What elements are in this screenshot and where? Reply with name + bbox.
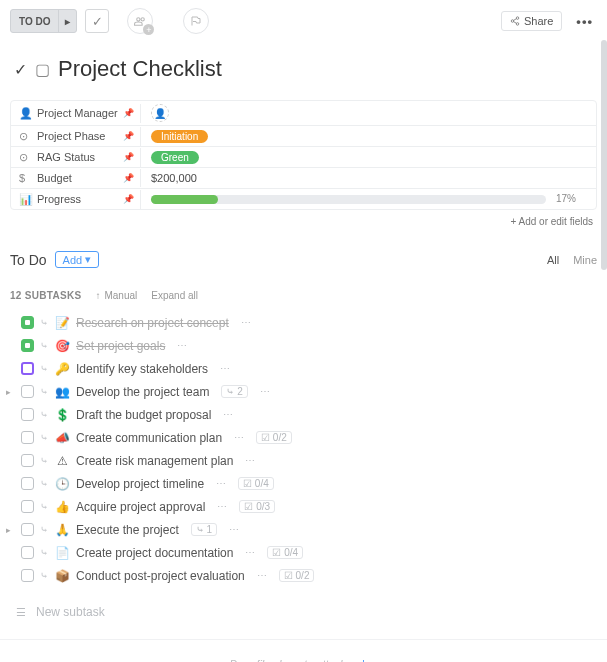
details-icon[interactable]: ⋯ <box>177 340 187 351</box>
filter-all[interactable]: All <box>547 254 559 266</box>
task-name[interactable]: Create project documentation <box>76 546 233 560</box>
task-name[interactable]: Develop project timeline <box>76 477 204 491</box>
task-row[interactable]: ▸⤷👍Acquire project approval⋯☑ 0/3 <box>0 495 607 518</box>
task-row[interactable]: ▸⤷💲Draft the budget proposal⋯ <box>0 403 607 426</box>
task-status-next[interactable]: ▸ <box>58 10 76 32</box>
checklist-badge[interactable]: ☑ 0/2 <box>279 569 315 582</box>
pin-icon[interactable]: 📌 <box>123 173 134 183</box>
more-menu-button[interactable]: ••• <box>572 14 597 29</box>
task-name[interactable]: Research on project concept <box>76 316 229 330</box>
task-row[interactable]: ▸⤷📣Create communication plan⋯☑ 0/2 <box>0 426 607 449</box>
details-icon[interactable]: ⋯ <box>216 478 226 489</box>
task-checkbox[interactable] <box>21 339 34 352</box>
task-checkbox[interactable] <box>21 408 34 421</box>
share-button[interactable]: Share <box>501 11 562 31</box>
task-checkbox[interactable] <box>21 431 34 444</box>
subtask-icon: ⤷ <box>40 501 48 512</box>
field-value[interactable]: Initiation <box>141 127 596 146</box>
task-row[interactable]: ▸⤷📝Research on project concept⋯ <box>0 311 607 334</box>
complete-button[interactable]: ✓ <box>85 9 109 33</box>
task-name[interactable]: Execute the project <box>76 523 179 537</box>
assignee-placeholder[interactable]: 👤 <box>151 104 169 122</box>
checklist-badge[interactable]: ☑ 0/4 <box>238 477 274 490</box>
task-emoji: 🕒 <box>54 477 70 491</box>
details-icon[interactable]: ⋯ <box>234 432 244 443</box>
task-checkbox[interactable] <box>21 316 34 329</box>
field-row: ⊙Project Phase📌Initiation <box>11 125 596 146</box>
details-icon[interactable]: ⋯ <box>217 501 227 512</box>
details-icon[interactable]: ⋯ <box>245 547 255 558</box>
task-checkbox[interactable] <box>21 477 34 490</box>
tag[interactable]: Initiation <box>151 130 208 143</box>
expand-all-button[interactable]: Expand all <box>151 290 198 301</box>
add-task-button[interactable]: Add▾ <box>55 251 100 268</box>
progress-pct: 17% <box>556 193 576 204</box>
tag[interactable]: Green <box>151 151 199 164</box>
task-checkbox[interactable] <box>21 523 34 536</box>
details-icon[interactable]: ⋯ <box>241 317 251 328</box>
subtask-icon: ⤷ <box>40 570 48 581</box>
subtask-count-badge[interactable]: ⤷ 1 <box>191 523 217 536</box>
checklist-badge[interactable]: ☑ 0/4 <box>267 546 303 559</box>
task-checkbox[interactable] <box>21 500 34 513</box>
subtask-count-badge[interactable]: ⤷ 2 <box>221 385 247 398</box>
field-value[interactable]: 👤 <box>141 101 596 125</box>
task-row[interactable]: ▸⤷⚠Create risk management plan⋯ <box>0 449 607 472</box>
pin-icon[interactable]: 📌 <box>123 152 134 162</box>
expand-arrow-icon[interactable]: ▸ <box>6 525 15 535</box>
flag-icon <box>190 15 202 27</box>
checklist-badge[interactable]: ☑ 0/3 <box>239 500 275 513</box>
task-name[interactable]: Develop the project team <box>76 385 209 399</box>
task-checkbox[interactable] <box>21 362 34 375</box>
task-row[interactable]: ▸⤷📦Conduct post-project evaluation⋯☑ 0/2 <box>0 564 607 587</box>
scrollbar[interactable] <box>601 40 607 270</box>
pin-icon[interactable]: 📌 <box>123 131 134 141</box>
task-checkbox[interactable] <box>21 385 34 398</box>
task-checkbox[interactable] <box>21 546 34 559</box>
checklist-badge[interactable]: ☑ 0/2 <box>256 431 292 444</box>
task-name[interactable]: Set project goals <box>76 339 165 353</box>
assignees-button[interactable] <box>127 8 153 34</box>
task-name[interactable]: Create risk management plan <box>76 454 233 468</box>
browse-link[interactable]: browse <box>362 658 397 662</box>
pin-icon[interactable]: 📌 <box>123 194 134 204</box>
progress-bar[interactable]: 17% <box>151 195 546 204</box>
task-checkbox[interactable] <box>21 454 34 467</box>
task-row[interactable]: ▸⤷👥Develop the project team⤷ 2⋯ <box>0 380 607 403</box>
task-row[interactable]: ▸⤷🎯Set project goals⋯ <box>0 334 607 357</box>
task-emoji: 👍 <box>54 500 70 514</box>
page-title[interactable]: Project Checklist <box>58 56 222 82</box>
details-icon[interactable]: ⋯ <box>223 409 233 420</box>
task-name[interactable]: Draft the budget proposal <box>76 408 211 422</box>
details-icon[interactable]: ⋯ <box>220 363 230 374</box>
details-icon[interactable]: ⋯ <box>245 455 255 466</box>
task-row[interactable]: ▸⤷📄Create project documentation⋯☑ 0/4 <box>0 541 607 564</box>
details-icon[interactable]: ⋯ <box>229 524 239 535</box>
task-row[interactable]: ▸⤷🔑Identify key stakeholders⋯ <box>0 357 607 380</box>
task-name[interactable]: Identify key stakeholders <box>76 362 208 376</box>
priority-button[interactable] <box>183 8 209 34</box>
new-subtask-input[interactable]: ☰ New subtask <box>0 597 607 627</box>
task-emoji: 📝 <box>54 316 70 330</box>
details-icon[interactable]: ⋯ <box>260 386 270 397</box>
task-emoji: 👥 <box>54 385 70 399</box>
drop-zone[interactable]: ☁ Drop files here to attach or browse <box>0 639 607 662</box>
add-edit-fields-link[interactable]: + Add or edit fields <box>0 210 607 247</box>
task-row[interactable]: ▸⤷🕒Develop project timeline⋯☑ 0/4 <box>0 472 607 495</box>
field-value[interactable]: 17% <box>141 192 596 207</box>
task-status-pill[interactable]: TO DO ▸ <box>10 9 77 33</box>
filter-mine[interactable]: Mine <box>573 254 597 266</box>
task-name[interactable]: Acquire project approval <box>76 500 205 514</box>
task-name[interactable]: Conduct post-project evaluation <box>76 569 245 583</box>
sort-manual-button[interactable]: ↑ Manual <box>95 290 137 301</box>
share-icon <box>510 16 520 26</box>
pin-icon[interactable]: 📌 <box>123 108 134 118</box>
task-row[interactable]: ▸⤷🙏Execute the project⤷ 1⋯ <box>0 518 607 541</box>
task-name[interactable]: Create communication plan <box>76 431 222 445</box>
subtask-icon: ⤷ <box>40 478 48 489</box>
expand-arrow-icon[interactable]: ▸ <box>6 387 15 397</box>
field-value[interactable]: $200,000 <box>141 169 596 187</box>
details-icon[interactable]: ⋯ <box>257 570 267 581</box>
field-value[interactable]: Green <box>141 148 596 167</box>
task-checkbox[interactable] <box>21 569 34 582</box>
